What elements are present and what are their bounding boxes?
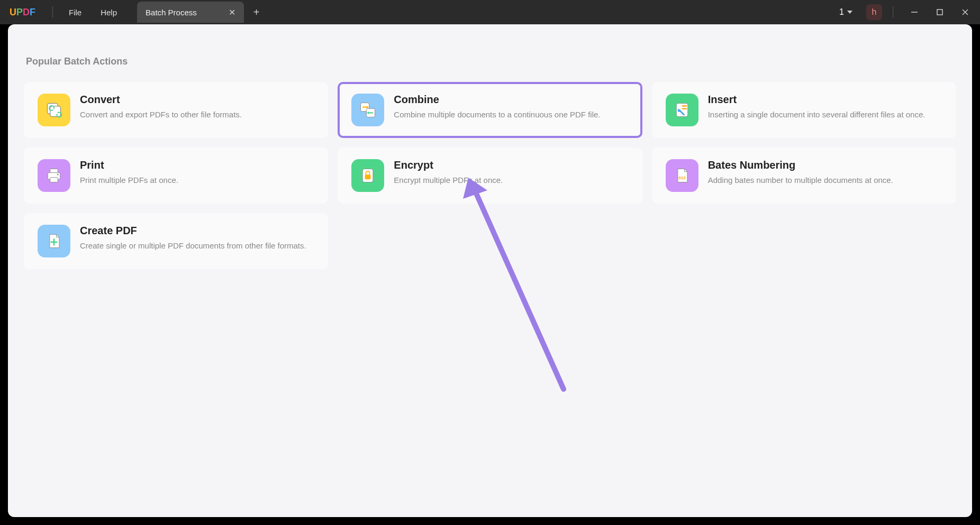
card-body: Create PDF Create single or multiple PDF…	[80, 225, 314, 257]
svg-rect-5	[50, 106, 61, 117]
svg-text:012: 012	[678, 176, 686, 180]
card-body: Insert Inserting a single document into …	[708, 94, 942, 126]
main-content: Popular Batch Actions Convert Convert an…	[8, 24, 972, 517]
print-icon	[38, 159, 70, 192]
card-body: Convert Convert and export PDFs to other…	[80, 94, 314, 126]
app-logo: UPDF	[10, 7, 35, 18]
close-icon[interactable]: ✕	[229, 7, 235, 17]
card-description: Convert and export PDFs to other file fo…	[80, 109, 314, 120]
card-body: Bates Numbering Adding bates number to m…	[708, 159, 942, 192]
section-title: Popular Batch Actions	[26, 56, 956, 67]
chevron-down-icon	[847, 11, 852, 14]
card-body: Encrypt Encrypt multiple PDFs at once.	[394, 159, 628, 192]
counter-value: 1	[839, 7, 844, 17]
maximize-button[interactable]	[929, 2, 950, 23]
insert-icon	[666, 94, 698, 126]
card-title: Convert	[80, 94, 314, 106]
close-button[interactable]	[955, 2, 976, 23]
card-title: Combine	[394, 94, 628, 106]
menu-help[interactable]: Help	[91, 5, 126, 20]
card-print[interactable]: Print Print multiple PDFs at once.	[24, 148, 328, 204]
svg-rect-14	[682, 108, 687, 109]
card-encrypt[interactable]: Encrypt Encrypt multiple PDFs at once.	[338, 148, 642, 204]
card-description: Encrypt multiple PDFs at once.	[394, 174, 628, 186]
card-description: Adding bates number to multiple document…	[708, 174, 942, 186]
card-body: Print Print multiple PDFs at once.	[80, 159, 314, 192]
create-pdf-icon	[38, 225, 70, 257]
separator	[52, 6, 53, 18]
svg-rect-18	[50, 178, 58, 182]
card-title: Print	[80, 159, 314, 171]
close-icon	[961, 8, 969, 16]
svg-point-19	[57, 174, 59, 176]
svg-rect-16	[50, 169, 58, 172]
card-description: Create single or multiple PDF documents …	[80, 240, 314, 251]
card-title: Encrypt	[394, 159, 628, 171]
bates-icon: 012	[666, 159, 698, 192]
card-title: Bates Numbering	[708, 159, 942, 171]
new-tab-button[interactable]: +	[253, 6, 260, 19]
encrypt-icon	[351, 159, 384, 192]
svg-rect-1	[937, 10, 942, 15]
card-description: Inserting a single document into several…	[708, 109, 942, 120]
card-convert[interactable]: Convert Convert and export PDFs to other…	[24, 82, 328, 138]
card-insert[interactable]: Insert Inserting a single document into …	[652, 82, 956, 138]
actions-grid: Convert Convert and export PDFs to other…	[24, 82, 956, 269]
card-title: Create PDF	[80, 225, 314, 237]
card-title: Insert	[708, 94, 942, 106]
svg-rect-21	[365, 174, 371, 179]
card-description: Print multiple PDFs at once.	[80, 174, 314, 186]
window-counter[interactable]: 1	[835, 7, 857, 17]
card-combine[interactable]: Combine Combine multiple documents to a …	[338, 82, 642, 138]
user-avatar[interactable]: h	[866, 4, 882, 20]
separator	[893, 6, 893, 18]
minimize-icon	[911, 8, 918, 16]
card-description: Combine multiple documents to a continuo…	[394, 109, 628, 120]
combine-icon	[351, 94, 384, 126]
minimize-button[interactable]	[904, 2, 925, 23]
convert-icon	[38, 94, 70, 126]
tab-label: Batch Process	[146, 8, 197, 17]
maximize-icon	[936, 8, 943, 16]
svg-rect-13	[682, 105, 687, 107]
title-bar: UPDF File Help Batch Process ✕ + 1 h	[0, 0, 980, 24]
menu-file[interactable]: File	[59, 5, 91, 20]
card-create-pdf[interactable]: Create PDF Create single or multiple PDF…	[24, 213, 328, 269]
card-bates-numbering[interactable]: 012 Bates Numbering Adding bates number …	[652, 148, 956, 204]
title-bar-right: 1 h	[835, 2, 976, 23]
tab-batch-process[interactable]: Batch Process ✕	[137, 2, 244, 23]
card-body: Combine Combine multiple documents to a …	[394, 94, 628, 126]
